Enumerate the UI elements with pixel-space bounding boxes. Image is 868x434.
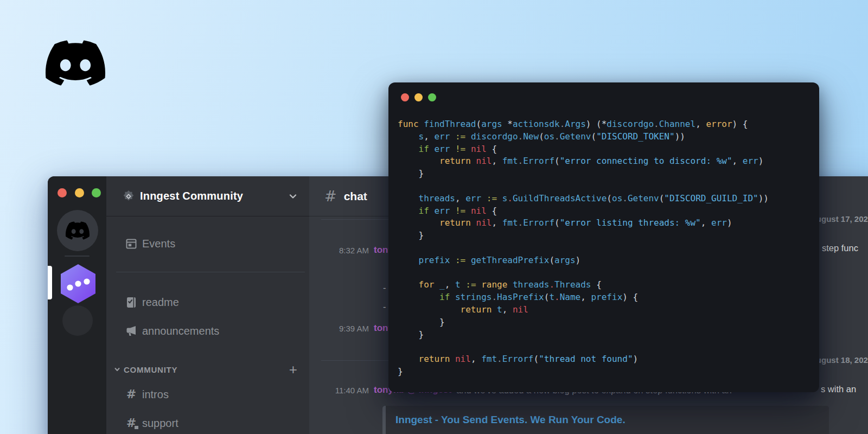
channel-title: chat [344,190,367,203]
message-fragment: step func [822,243,858,253]
community-badge-icon [123,190,135,202]
inngest-server-icon[interactable] [60,264,97,304]
message-timestamp: 8:32 AM [326,246,369,255]
link-embed: Inngest - You Send Events. We Run Your C… [382,406,829,434]
chevron-down-icon[interactable] [289,192,297,201]
channel-support[interactable]: # support [106,416,309,431]
code-block: func findThread(args *actionsdk.Args) (*… [398,118,815,378]
channel-hash-icon: # [324,188,337,205]
zoom-window-button[interactable] [428,93,436,101]
channel-intros[interactable]: # intros [106,387,309,402]
create-channel-button[interactable]: + [289,364,297,375]
category-chevron-icon [114,366,120,373]
server-rail [48,176,106,434]
close-window-button[interactable] [401,93,409,101]
readme-book-icon [125,296,138,309]
channel-sidebar: Inngest Community Events [106,176,309,434]
discord-logo-icon [46,40,105,86]
channel-announcements[interactable]: announcements [106,323,309,339]
code-editor-window: func findThread(args *actionsdk.Args) (*… [388,82,819,392]
sidebar-item-events[interactable]: Events [106,236,309,251]
server-name: Inngest Community [140,190,289,202]
channel-label: support [142,417,178,430]
channel-label: intros [142,388,169,401]
message-timestamp: 9:39 AM [326,324,369,333]
close-window-button[interactable] [58,188,67,197]
list-bullet: - [383,283,386,293]
sidebar-item-label: Events [142,238,175,250]
minimize-window-button[interactable] [75,188,84,197]
embed-title-link[interactable]: Inngest - You Send Events. We Run Your C… [395,414,819,426]
active-server-indicator [48,266,52,299]
message-fragment: s with an [821,384,856,394]
channel-readme[interactable]: readme [106,295,309,310]
category-community[interactable]: COMMUNITY + [106,364,309,375]
hash-chat-icon: # [125,417,138,430]
message-timestamp: 11:40 AM [326,386,369,395]
hash-icon: # [125,388,138,401]
channel-label: readme [142,296,179,309]
server-header[interactable]: Inngest Community [106,176,309,216]
megaphone-icon [125,324,138,337]
list-bullet: - [383,302,386,312]
discord-home-icon [66,221,90,240]
minimize-window-button[interactable] [414,93,423,101]
channel-label: announcements [142,325,219,337]
rail-divider [65,256,90,257]
discord-home-button[interactable] [57,210,98,251]
category-label: COMMUNITY [124,365,289,374]
sidebar-divider [116,272,305,272]
next-server-icon[interactable] [62,305,93,336]
zoom-window-button[interactable] [92,188,101,197]
calendar-icon [125,237,138,250]
